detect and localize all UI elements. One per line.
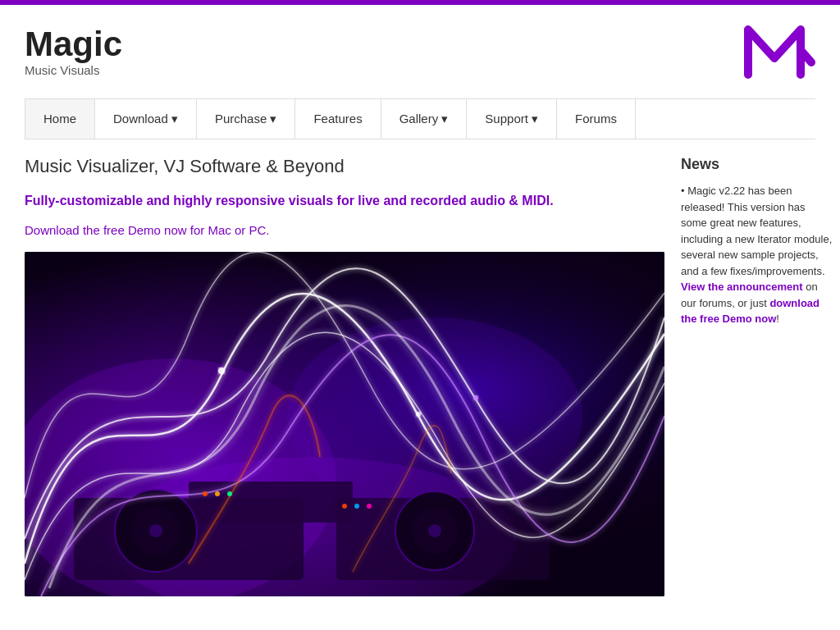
site-title: Magic: [25, 27, 122, 62]
site-subtitle: Music Visuals: [25, 63, 122, 77]
nav-item-gallery[interactable]: Gallery ▾: [381, 99, 468, 139]
logo-icon: [742, 17, 815, 86]
svg-point-17: [203, 491, 208, 496]
news-body-start: • Magic v2.22 has been released! This ve…: [681, 185, 832, 277]
demo-link[interactable]: Download the free Demo now for Mac or PC…: [25, 223, 664, 237]
nav-item-download[interactable]: Download ▾: [95, 99, 197, 139]
svg-point-19: [227, 491, 232, 496]
main-content: Music Visualizer, VJ Software & Beyond F…: [0, 139, 840, 613]
site-header: Magic Music Visuals: [0, 5, 840, 98]
svg-point-14: [218, 368, 225, 374]
page-title: Music Visualizer, VJ Software & Beyond: [25, 156, 664, 177]
tagline: Fully-customizable and highly responsive…: [25, 192, 664, 210]
svg-point-10: [149, 524, 162, 537]
view-announcement-link[interactable]: View the announcement: [681, 281, 803, 293]
nav-item-forums[interactable]: Forums: [557, 99, 636, 139]
news-body-end: !: [776, 313, 779, 325]
svg-point-21: [354, 504, 359, 509]
nav-item-support[interactable]: Support ▾: [467, 99, 557, 139]
svg-point-22: [367, 504, 372, 509]
svg-point-15: [416, 412, 421, 417]
news-title: News: [681, 156, 833, 173]
nav-item-features[interactable]: Features: [295, 99, 381, 139]
nav-item-purchase[interactable]: Purchase ▾: [197, 99, 296, 139]
sidebar: News • Magic v2.22 has been released! Th…: [681, 156, 833, 596]
svg-point-20: [342, 504, 347, 509]
news-body: • Magic v2.22 has been released! This ve…: [681, 183, 833, 327]
content-left: Music Visualizer, VJ Software & Beyond F…: [25, 156, 664, 596]
hero-image: [25, 252, 664, 596]
nav-item-home[interactable]: Home: [25, 99, 95, 139]
svg-point-18: [215, 491, 220, 496]
main-nav: Home Download ▾ Purchase ▾ Features Gall…: [25, 98, 815, 139]
svg-point-13: [428, 524, 441, 537]
svg-point-16: [473, 395, 478, 400]
svg-rect-7: [189, 482, 353, 523]
logo-area: Magic Music Visuals: [25, 27, 122, 77]
